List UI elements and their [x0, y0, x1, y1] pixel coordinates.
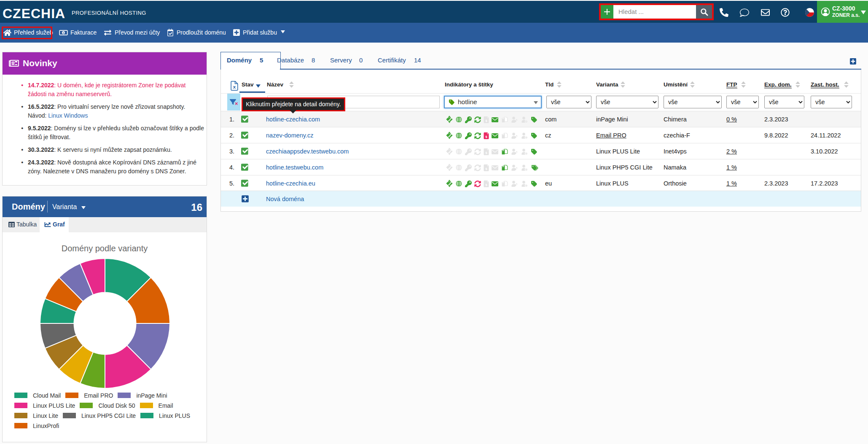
- svg-text:0: 0: [63, 32, 64, 34]
